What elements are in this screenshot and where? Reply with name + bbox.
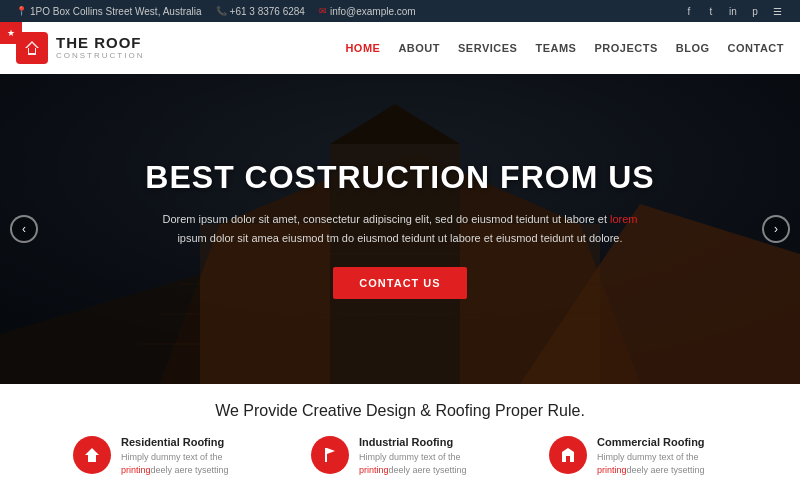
nav-services[interactable]: SERVICES	[458, 42, 517, 54]
industrial-icon	[311, 436, 349, 474]
commercial-icon	[549, 436, 587, 474]
nav-projects[interactable]: PROJECTS	[594, 42, 657, 54]
arrow-right-icon: ›	[774, 222, 778, 236]
residential-desc: Himply dummy text of the printingdeely a…	[121, 451, 251, 476]
twitter-icon[interactable]: t	[704, 4, 718, 18]
commercial-text: Commercial Roofing Himply dummy text of …	[597, 436, 727, 476]
service-commercial: Commercial Roofing Himply dummy text of …	[549, 436, 727, 476]
logo-text: THE ROOF CONSTRUCTION	[56, 35, 144, 60]
bottom-section: We Provide Creative Design & Roofing Pro…	[0, 384, 800, 500]
linkedin-icon[interactable]: in	[726, 4, 740, 18]
main-nav: HOME ABOUT SERVICES TEAMS PROJECTS BLOG …	[345, 42, 784, 54]
hero-description: Dorem ipsum dolor sit amet, consectetur …	[150, 210, 650, 247]
nav-contact[interactable]: CONTACT	[728, 42, 784, 54]
residential-icon	[73, 436, 111, 474]
phone: 📞 +61 3 8376 6284	[216, 6, 305, 17]
nav-blog[interactable]: BLOG	[676, 42, 710, 54]
residential-title: Residential Roofing	[121, 436, 251, 448]
commercial-link[interactable]: printing	[597, 465, 627, 475]
flag-icon	[321, 446, 339, 464]
nav-home[interactable]: HOME	[345, 42, 380, 54]
red-badge: ★	[0, 22, 22, 44]
mail-icon: ✉	[319, 6, 327, 16]
nav-about[interactable]: ABOUT	[398, 42, 440, 54]
residential-text: Residential Roofing Himply dummy text of…	[121, 436, 251, 476]
hero-prev-button[interactable]: ‹	[10, 215, 38, 243]
industrial-link[interactable]: printing	[359, 465, 389, 475]
pinterest-icon[interactable]: p	[748, 4, 762, 18]
svg-marker-16	[327, 448, 335, 454]
service-residential: Residential Roofing Himply dummy text of…	[73, 436, 251, 476]
top-bar-left: 📍 1PO Box Collins Street West, Australia…	[16, 6, 416, 17]
services-row: Residential Roofing Himply dummy text of…	[30, 436, 770, 476]
svg-marker-18	[562, 448, 574, 452]
svg-marker-14	[85, 448, 99, 462]
industrial-title: Industrial Roofing	[359, 436, 489, 448]
logo-svg	[23, 39, 41, 57]
logo-sub: CONSTRUCTION	[56, 52, 144, 61]
address: 📍 1PO Box Collins Street West, Australia	[16, 6, 202, 17]
phone-icon: 📞	[216, 6, 227, 16]
commercial-title: Commercial Roofing	[597, 436, 727, 448]
hero-next-button[interactable]: ›	[762, 215, 790, 243]
nav-teams[interactable]: TEAMS	[535, 42, 576, 54]
pin-icon: 📍	[16, 6, 27, 16]
rss-icon[interactable]: ☰	[770, 4, 784, 18]
logo-title: THE ROOF	[56, 35, 144, 52]
commercial-desc: Himply dummy text of the printingdeely a…	[597, 451, 727, 476]
svg-rect-15	[325, 448, 327, 462]
arrow-left-icon: ‹	[22, 222, 26, 236]
facebook-icon[interactable]: f	[682, 4, 696, 18]
contact-us-button[interactable]: CONTACT US	[333, 267, 466, 299]
industrial-desc: Himply dummy text of the printingdeely a…	[359, 451, 489, 476]
service-industrial: Industrial Roofing Himply dummy text of …	[311, 436, 489, 476]
building-icon	[559, 446, 577, 464]
top-bar: 📍 1PO Box Collins Street West, Australia…	[0, 0, 800, 22]
industrial-text: Industrial Roofing Himply dummy text of …	[359, 436, 489, 476]
email: ✉ info@example.com	[319, 6, 416, 17]
hero-title: BEST COSTRUCTION FROM US	[145, 159, 654, 196]
hero-desc-link[interactable]: lorem	[610, 213, 638, 225]
svg-rect-19	[566, 456, 570, 462]
logo: THE ROOF CONSTRUCTION	[16, 32, 144, 64]
social-links: f t in p ☰	[682, 4, 784, 18]
bottom-tagline: We Provide Creative Design & Roofing Pro…	[30, 402, 770, 420]
hero-section: ‹ BEST COSTRUCTION FROM US Dorem ipsum d…	[0, 74, 800, 384]
residential-link[interactable]: printing	[121, 465, 151, 475]
home-icon	[83, 446, 101, 464]
hero-content: BEST COSTRUCTION FROM US Dorem ipsum dol…	[65, 159, 734, 299]
header: THE ROOF CONSTRUCTION HOME ABOUT SERVICE…	[0, 22, 800, 74]
badge-icon: ★	[7, 28, 15, 38]
